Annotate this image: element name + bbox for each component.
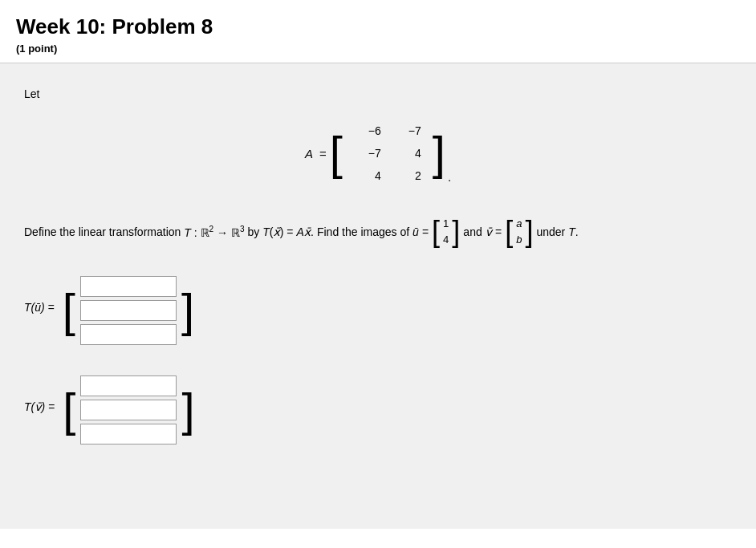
u-val-2: 4 [443, 232, 449, 248]
bracket-left: [ [330, 130, 343, 177]
v-vector: [ a b ] [505, 214, 533, 249]
under-T-text: under T. [536, 225, 578, 238]
v-bracket-right: ] [525, 217, 533, 246]
and-text: and [463, 225, 482, 238]
matrix-cell-11: 4 [388, 147, 428, 160]
matrix-cell-00: −6 [348, 124, 388, 137]
Tu-bracket-right: ] [181, 287, 194, 334]
Tv-input-3[interactable] [80, 424, 177, 444]
Tv-bracket-right: ] [181, 387, 194, 433]
Tu-input-3[interactable] [80, 324, 177, 345]
Tu-inputs [75, 273, 181, 348]
v-bracket-left: [ [505, 217, 513, 246]
by-text: by [247, 225, 259, 238]
T-colon: T : ℝ2 → ℝ3 [184, 225, 244, 239]
matrix-dot: . [448, 170, 451, 184]
page-header: Week 10: Problem 8 (1 point) [0, 0, 756, 63]
point-label: (1 point) [16, 43, 740, 55]
matrix-cell-10: −7 [348, 147, 388, 160]
matrix-cell-01: −7 [388, 124, 428, 137]
u-val-1: 1 [443, 216, 449, 232]
Tu-matrix: [ ] [63, 273, 194, 348]
matrix-display: A = [ −6 −7 −7 4 4 2 ] . [24, 116, 732, 190]
matrix-A-label: A [305, 147, 313, 160]
let-label: Let [24, 87, 732, 100]
Tu-bracket-left: [ [63, 287, 75, 334]
u-vector: [ 1 4 ] [432, 214, 460, 249]
v-bar-label: v̄ [486, 225, 492, 238]
define-text: Define the linear transformation [24, 225, 181, 238]
matrix-bracket-container: [ −6 −7 −7 4 4 2 ] . [330, 116, 451, 190]
u-bar-label: ū [413, 225, 419, 238]
Tv-section: T(v̄) = [ ] [24, 372, 732, 448]
T-formula: T(x̄) = Ax̄. [262, 225, 314, 238]
Tv-bracket-left: [ [63, 387, 75, 433]
u-bracket-right: ] [452, 217, 460, 246]
matrix-cell-21: 2 [388, 169, 428, 182]
v-val-a: a [516, 216, 522, 232]
Tv-matrix: [ ] [63, 372, 194, 448]
page-title: Week 10: Problem 8 [16, 14, 740, 39]
u-values: 1 4 [440, 214, 452, 249]
Tu-input-1[interactable] [80, 276, 177, 297]
Tv-label: T(v̄) = [24, 400, 55, 413]
matrix-values: −6 −7 −7 4 4 2 [343, 116, 433, 190]
find-text: Find the images of [317, 225, 409, 238]
transform-line: Define the linear transformation T : ℝ2 … [24, 214, 732, 249]
v-val-b: b [516, 232, 522, 248]
Tv-inputs [75, 372, 181, 448]
problem-box: Let A = [ −6 −7 −7 4 4 2 ] . Define the … [0, 63, 756, 529]
Tu-input-2[interactable] [80, 300, 177, 321]
bracket-right: ] [433, 130, 445, 177]
equals-u: = [422, 225, 429, 238]
v-values: a b [513, 214, 525, 249]
matrix-cell-20: 4 [348, 169, 388, 182]
equals-v: = [495, 225, 502, 238]
Tu-section: T(ū) = [ ] [24, 273, 732, 348]
Tv-input-1[interactable] [80, 375, 177, 396]
matrix-equals: = [319, 147, 327, 160]
u-bracket-left: [ [432, 217, 440, 246]
Tv-input-2[interactable] [80, 400, 177, 420]
Tu-label: T(ū) = [24, 301, 55, 314]
